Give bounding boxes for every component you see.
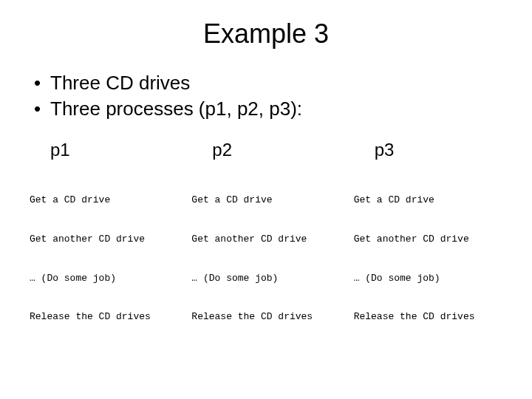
code-line: Release the CD drives	[191, 310, 340, 324]
bullet-item: Three CD drives	[34, 70, 502, 96]
column-heading: p3	[354, 140, 502, 160]
column-p2: p2 Get a CD drive Get another CD drive ……	[191, 140, 340, 349]
code-line: Release the CD drives	[30, 310, 178, 324]
columns: p1 Get a CD drive Get another CD drive ……	[30, 140, 502, 349]
column-p3: p3 Get a CD drive Get another CD drive ……	[354, 140, 502, 349]
code-line: Get a CD drive	[30, 194, 178, 207]
code-block: Get a CD drive Get another CD drive … (D…	[354, 168, 502, 349]
code-line: … (Do some job)	[354, 272, 502, 285]
code-line: Get another CD drive	[354, 233, 502, 246]
bullet-list: Three CD drives Three processes (p1, p2,…	[34, 70, 502, 122]
code-line: Release the CD drives	[354, 310, 502, 324]
code-line: Get another CD drive	[191, 233, 340, 246]
column-p1: p1 Get a CD drive Get another CD drive ……	[30, 140, 178, 349]
code-line: … (Do some job)	[191, 272, 340, 285]
code-block: Get a CD drive Get another CD drive … (D…	[191, 168, 340, 349]
column-heading: p1	[30, 140, 178, 160]
column-heading: p2	[191, 140, 340, 160]
code-line: … (Do some job)	[30, 272, 178, 285]
code-block: Get a CD drive Get another CD drive … (D…	[30, 168, 178, 349]
code-line: Get another CD drive	[30, 233, 178, 246]
bullet-item: Three processes (p1, p2, p3):	[34, 96, 502, 122]
slide-title: Example 3	[30, 18, 502, 50]
code-line: Get a CD drive	[191, 194, 340, 207]
slide: Example 3 Three CD drives Three processe…	[0, 0, 532, 399]
code-line: Get a CD drive	[354, 194, 502, 207]
